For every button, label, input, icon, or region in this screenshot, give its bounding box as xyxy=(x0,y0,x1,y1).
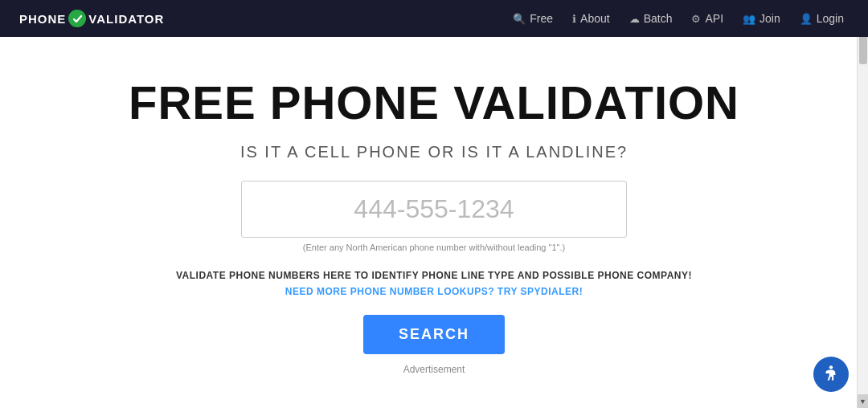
main-content: FREE PHONE VALIDATION IS IT A CELL PHONE… xyxy=(0,37,868,391)
gear-nav-icon: ⚙ xyxy=(691,13,701,25)
phone-input[interactable] xyxy=(242,182,626,237)
accessibility-icon xyxy=(821,364,841,385)
nav-free-label: Free xyxy=(530,12,553,25)
nav-link-about[interactable]: ℹ About xyxy=(564,7,618,30)
advertisement-label: Advertisement xyxy=(403,364,465,375)
logo-validator-text: VALIDATOR xyxy=(88,12,164,26)
navbar: PHONE VALIDATOR 🔍 Free ℹ About ☁ Batch ⚙… xyxy=(0,0,868,37)
info-nav-icon: ℹ xyxy=(572,13,576,25)
nav-link-join[interactable]: 👥 Join xyxy=(735,7,788,30)
scrollbar[interactable]: ▲ ▼ xyxy=(857,0,868,408)
nav-links: 🔍 Free ℹ About ☁ Batch ⚙ API 👥 Join 👤 Lo… xyxy=(505,7,852,30)
svg-point-0 xyxy=(829,365,833,369)
logo: PHONE VALIDATOR xyxy=(19,10,164,27)
nav-about-label: About xyxy=(580,12,610,25)
scroll-down-arrow[interactable]: ▼ xyxy=(858,394,869,408)
nav-login-label: Login xyxy=(817,12,844,25)
page-title: FREE PHONE VALIDATION xyxy=(129,77,739,129)
nav-link-free[interactable]: 🔍 Free xyxy=(505,7,561,30)
cloud-nav-icon: ☁ xyxy=(629,13,640,25)
validate-text: VALIDATE PHONE NUMBERS HERE TO IDENTIFY … xyxy=(176,270,692,281)
accessibility-button[interactable] xyxy=(813,357,849,392)
logo-checkmark-icon xyxy=(68,10,86,27)
nav-api-label: API xyxy=(705,12,723,25)
phone-input-wrapper xyxy=(241,181,627,238)
search-nav-icon: 🔍 xyxy=(513,13,526,25)
users-nav-icon: 👥 xyxy=(743,13,755,25)
nav-join-label: Join xyxy=(760,12,780,25)
logo-phone-text: PHONE xyxy=(19,12,66,26)
input-hint: (Enter any North American phone number w… xyxy=(303,243,565,252)
search-button[interactable]: SEARCH xyxy=(363,315,505,354)
user-nav-icon: 👤 xyxy=(800,13,813,25)
nav-batch-label: Batch xyxy=(644,12,673,25)
nav-link-login[interactable]: 👤 Login xyxy=(792,7,852,30)
nav-link-batch[interactable]: ☁ Batch xyxy=(621,7,681,30)
spydialer-link[interactable]: NEED MORE PHONE NUMBER LOOKUPS? TRY SPYD… xyxy=(285,286,583,297)
nav-link-api[interactable]: ⚙ API xyxy=(683,7,731,30)
page-subtitle: IS IT A CELL PHONE OR IS IT A LANDLINE? xyxy=(240,143,628,161)
